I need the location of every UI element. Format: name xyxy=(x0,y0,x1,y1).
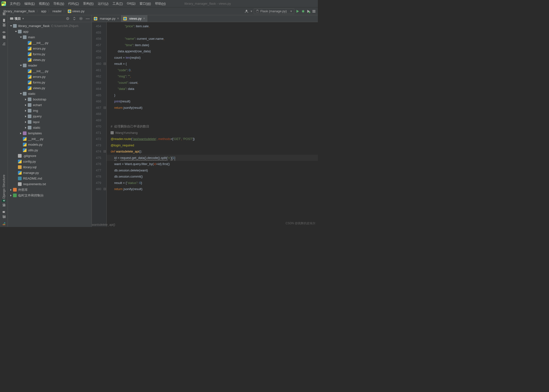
project-panel: 项目 ▾ — library_manager_flaskC:\Users\Mr.… xyxy=(8,15,92,227)
tree-item[interactable]: .gitignore xyxy=(8,153,92,159)
svg-rect-5 xyxy=(312,12,315,13)
tree-item[interactable]: static xyxy=(8,91,92,97)
menu-5[interactable]: 重构(R) xyxy=(81,1,96,6)
settings-icon[interactable] xyxy=(79,17,83,20)
tree-item[interactable]: jquery xyxy=(8,113,92,119)
tool-django-structure[interactable]: dj Django Structure xyxy=(2,173,6,203)
menu-6[interactable]: 运行(U) xyxy=(96,1,111,6)
tree-item[interactable]: errors.py xyxy=(8,74,92,80)
tree-item-label: reader xyxy=(28,64,37,67)
chevron-down-icon[interactable]: ▾ xyxy=(251,9,252,13)
tree-item[interactable]: requirements.txt xyxy=(8,181,92,187)
dir-icon xyxy=(28,103,31,107)
tree-item[interactable]: echart xyxy=(8,102,92,108)
tree-item[interactable]: __init__.py xyxy=(8,68,92,74)
close-icon[interactable]: ✕ xyxy=(143,17,145,20)
svg-point-0 xyxy=(246,10,247,11)
loading-spinner-icon xyxy=(256,10,259,13)
tree-item[interactable]: library_manager_flaskC:\Users\Mr.Zhijun\ xyxy=(8,23,92,29)
tree-item-label: views.py xyxy=(33,58,45,62)
app-icon xyxy=(1,1,6,6)
tree-item[interactable]: static xyxy=(8,125,92,130)
run-button[interactable] xyxy=(296,9,300,13)
tree-item[interactable]: config.py xyxy=(8,159,92,164)
more-actions-icon[interactable] xyxy=(312,9,316,13)
close-icon[interactable]: ✕ xyxy=(117,17,119,20)
tree-item[interactable]: forms.py xyxy=(8,80,92,85)
project-tree[interactable]: library_manager_flaskC:\Users\Mr.Zhijun\… xyxy=(8,22,92,227)
tree-item[interactable]: bootstrap xyxy=(8,97,92,102)
run-with-coverage-button[interactable] xyxy=(307,9,310,13)
tool-commit[interactable]: 提交 xyxy=(2,28,6,35)
tool-bookmarks[interactable]: 书签 xyxy=(2,208,6,215)
folder-icon xyxy=(2,19,6,22)
tree-item-label: layui xyxy=(33,120,40,124)
menu-2[interactable]: 视图(V) xyxy=(37,1,51,6)
menu-1[interactable]: 编辑(E) xyxy=(22,1,37,6)
fold-toggle-icon[interactable] xyxy=(104,63,106,65)
tree-item-label: app xyxy=(23,30,28,33)
tree-item[interactable]: manage.py xyxy=(8,170,92,176)
debug-button[interactable] xyxy=(301,9,305,13)
tree-item[interactable]: __init__.py xyxy=(8,40,92,46)
tab-manage.py[interactable]: manage.py✕ xyxy=(92,15,121,22)
code-editor[interactable]: 4544554564574584594604614624634644654664… xyxy=(92,22,318,227)
breadcrumb-file[interactable]: views.py xyxy=(67,9,85,13)
menu-0[interactable]: 文件(F) xyxy=(8,1,22,6)
run-configuration-selector[interactable]: Flask (manage.py) ▾ xyxy=(254,8,294,14)
tree-item[interactable]: errors.py xyxy=(8,46,92,51)
tree-item[interactable]: README.md xyxy=(8,176,92,181)
tool-structure[interactable]: 结构 xyxy=(2,220,6,227)
tree-item[interactable]: main xyxy=(8,34,92,40)
pull-request-icon xyxy=(2,42,6,46)
tab-label: views.py xyxy=(129,17,141,20)
tree-item[interactable]: layui xyxy=(8,119,92,125)
select-opened-file-icon[interactable] xyxy=(66,17,70,20)
tree-item[interactable]: forms.py xyxy=(8,51,92,57)
fold-gutter[interactable] xyxy=(103,22,107,227)
dir-icon xyxy=(28,109,31,112)
svg-rect-13 xyxy=(4,222,5,223)
tree-item[interactable]: __init__.py xyxy=(8,136,92,142)
chevron-down-icon[interactable]: ▾ xyxy=(22,17,24,20)
tree-item[interactable]: templates xyxy=(8,130,92,136)
tree-item[interactable]: library.sql xyxy=(8,164,92,170)
menu-10[interactable]: 帮助(H) xyxy=(153,1,168,6)
tool-project[interactable]: 项目 xyxy=(2,16,6,24)
python-file-icon xyxy=(68,10,71,13)
project-panel-title: 项目 xyxy=(14,16,21,21)
tool-pull-requests[interactable]: 拉取请求 xyxy=(2,40,6,47)
tree-item[interactable]: views.py xyxy=(8,57,92,63)
tree-item-label: img xyxy=(33,109,38,112)
tab-views.py[interactable]: views.py✕ xyxy=(121,15,147,22)
breadcrumb-reader[interactable]: reader xyxy=(52,9,63,13)
editor-breadcrumb[interactable]: wantsdelete_api() xyxy=(92,223,115,226)
menu-9[interactable]: 窗口(W) xyxy=(138,1,153,6)
tree-item[interactable]: img xyxy=(8,108,92,113)
expand-all-icon[interactable] xyxy=(72,17,76,20)
tree-item[interactable]: 临时文件和控制台 xyxy=(8,193,92,198)
tree-item[interactable]: utils.py xyxy=(8,147,92,153)
tree-item[interactable]: models.py xyxy=(8,142,92,147)
tree-item[interactable]: app xyxy=(8,29,92,34)
fold-toggle-icon[interactable] xyxy=(104,188,106,190)
fold-toggle-icon[interactable] xyxy=(104,150,106,153)
breadcrumb-root[interactable]: library_manager_flask xyxy=(2,9,36,13)
user-add-icon[interactable] xyxy=(245,9,249,14)
svg-point-10 xyxy=(4,43,5,44)
menu-7[interactable]: 工具(T) xyxy=(111,1,125,6)
tree-item-label: config.py xyxy=(23,160,36,163)
line-number-gutter[interactable]: 4544554564574584594604614624634644654664… xyxy=(92,22,103,227)
structure-icon xyxy=(2,222,6,225)
menu-3[interactable]: 导航(N) xyxy=(51,1,66,6)
tree-item[interactable]: reader xyxy=(8,63,92,68)
fold-toggle-icon[interactable] xyxy=(104,107,106,109)
hide-panel-icon[interactable]: — xyxy=(86,16,90,21)
menu-8[interactable]: Git(G) xyxy=(125,1,137,6)
tree-item[interactable]: 外部库 xyxy=(8,187,92,193)
menu-4[interactable]: 代码(C) xyxy=(66,1,81,6)
tree-item[interactable]: views.py xyxy=(8,85,92,91)
breadcrumb-app[interactable]: app xyxy=(40,9,47,13)
code-content[interactable]: "price": item.sale, "name": current_user… xyxy=(107,22,318,227)
py-icon xyxy=(23,148,27,152)
